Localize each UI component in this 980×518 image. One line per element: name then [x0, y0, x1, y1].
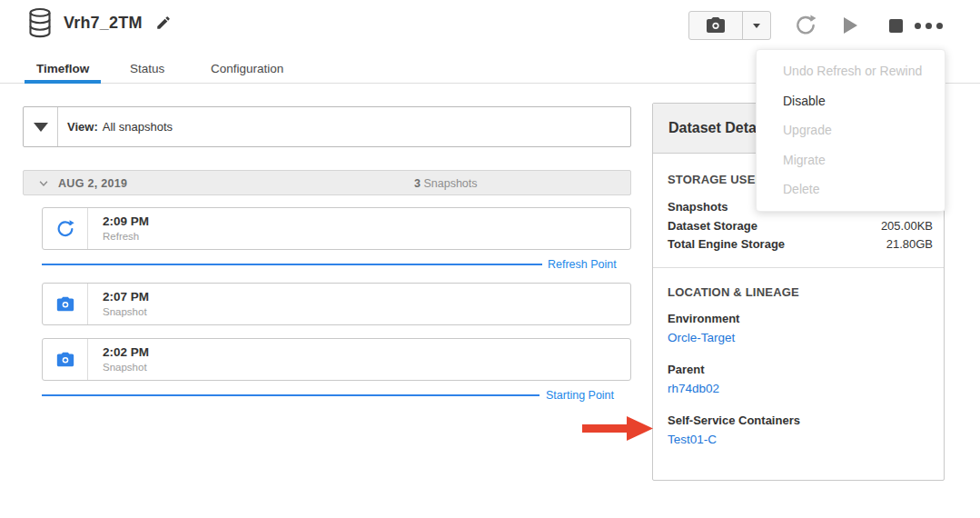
snapshot-info: 2:02 PM Snapshot: [88, 339, 149, 380]
refresh-point-label: Refresh Point: [548, 258, 617, 271]
refresh-icon: [794, 14, 817, 37]
self-service-containers-label: Self-Service Containers: [668, 413, 800, 427]
action-toolbar: [688, 9, 961, 42]
snapshot-time: 2:07 PM: [103, 290, 149, 304]
panel-divider: [653, 267, 944, 268]
snapshot-button[interactable]: [689, 12, 742, 39]
snapshot-row[interactable]: 2:02 PM Snapshot: [42, 338, 631, 381]
starting-point-label: Starting Point: [546, 389, 614, 402]
view-dropdown-toggle[interactable]: [24, 107, 58, 146]
snapshot-row[interactable]: 2:09 PM Refresh: [42, 207, 631, 250]
more-actions-menu: Undo Refresh or Rewind Disable Upgrade M…: [756, 49, 945, 212]
menu-item-disable[interactable]: Disable: [757, 86, 945, 116]
ellipsis-icon: [915, 23, 943, 29]
starting-point-line: [42, 394, 539, 396]
snapshot-info: 2:07 PM Snapshot: [88, 284, 149, 324]
page-title: Vrh7_2TM: [64, 14, 143, 33]
environment-link[interactable]: Orcle-Target: [668, 331, 735, 344]
environment-label: Environment: [668, 312, 739, 325]
row-icon-cell: [43, 339, 88, 380]
refresh-point-line: [42, 264, 542, 265]
storage-row-label: Total Engine Storage: [668, 237, 785, 251]
active-tab-indicator: [25, 80, 101, 84]
menu-item-undo-refresh-or-rewind[interactable]: Undo Refresh or Rewind: [757, 56, 945, 86]
stop-button[interactable]: [881, 11, 910, 40]
snapshot-type: Refresh: [103, 231, 149, 242]
view-filter-text: View: All snapshots: [58, 107, 173, 146]
database-icon: [27, 7, 53, 38]
self-service-container-link[interactable]: Test01-C: [668, 433, 717, 446]
storage-row-label: Dataset Storage: [668, 219, 757, 233]
snapshot-info: 2:09 PM Refresh: [88, 208, 149, 249]
tab-configuration[interactable]: Configuration: [211, 62, 283, 75]
menu-item-upgrade[interactable]: Upgrade: [757, 115, 945, 145]
snapshot-row[interactable]: 2:07 PM Snapshot: [42, 283, 631, 325]
page-header: Vrh7_2TM: [27, 7, 172, 38]
view-label: View:: [67, 120, 98, 134]
dropdown-triangle-icon: [34, 123, 48, 132]
play-icon: [844, 17, 857, 34]
snapshot-type: Snapshot: [103, 362, 149, 373]
camera-icon: [705, 15, 727, 36]
storage-row: Dataset Storage 205.00KB: [668, 219, 933, 233]
parent-label: Parent: [668, 363, 704, 376]
snapshot-type: Snapshot: [103, 306, 149, 317]
view-value: All snapshots: [103, 120, 173, 134]
more-actions-button[interactable]: [914, 11, 943, 40]
storage-row-label: Snapshots: [668, 200, 728, 214]
menu-item-migrate[interactable]: Migrate: [757, 145, 945, 175]
snapshot-time: 2:02 PM: [103, 345, 149, 359]
snapshot-count: 3 Snapshots: [414, 177, 478, 190]
tab-status[interactable]: Status: [130, 62, 164, 75]
snapshot-split-button: [688, 11, 771, 40]
snapshot-options-button[interactable]: [742, 12, 770, 39]
date-group-label: AUG 2, 2019: [58, 177, 127, 190]
storage-used-heading: STORAGE USED: [668, 173, 764, 186]
red-arrow-icon: [582, 415, 653, 442]
row-icon-cell: [43, 284, 88, 324]
storage-row-value: 205.00KB: [881, 219, 933, 233]
stop-icon: [889, 19, 903, 33]
location-lineage-heading: LOCATION & LINEAGE: [668, 285, 799, 299]
pencil-icon[interactable]: [155, 15, 172, 31]
tab-timeflow[interactable]: Timeflow: [36, 62, 89, 75]
camera-icon: [55, 294, 75, 314]
caret-down-icon: [753, 24, 760, 28]
storage-row: Total Engine Storage 21.80GB: [668, 237, 933, 251]
storage-row-value: 21.80GB: [886, 237, 933, 251]
snapshot-time: 2:09 PM: [103, 214, 149, 228]
refresh-icon: [55, 219, 75, 239]
row-icon-cell: [43, 208, 88, 249]
menu-item-delete[interactable]: Delete: [757, 174, 945, 204]
start-button[interactable]: [836, 11, 865, 40]
chevron-down-icon: [37, 177, 50, 190]
camera-icon: [55, 350, 75, 370]
refresh-button[interactable]: [791, 11, 820, 40]
view-filter-bar[interactable]: View: All snapshots: [23, 106, 631, 147]
date-group-header[interactable]: AUG 2, 2019 3 Snapshots: [23, 170, 631, 195]
parent-link[interactable]: rh74db02: [668, 382, 719, 395]
